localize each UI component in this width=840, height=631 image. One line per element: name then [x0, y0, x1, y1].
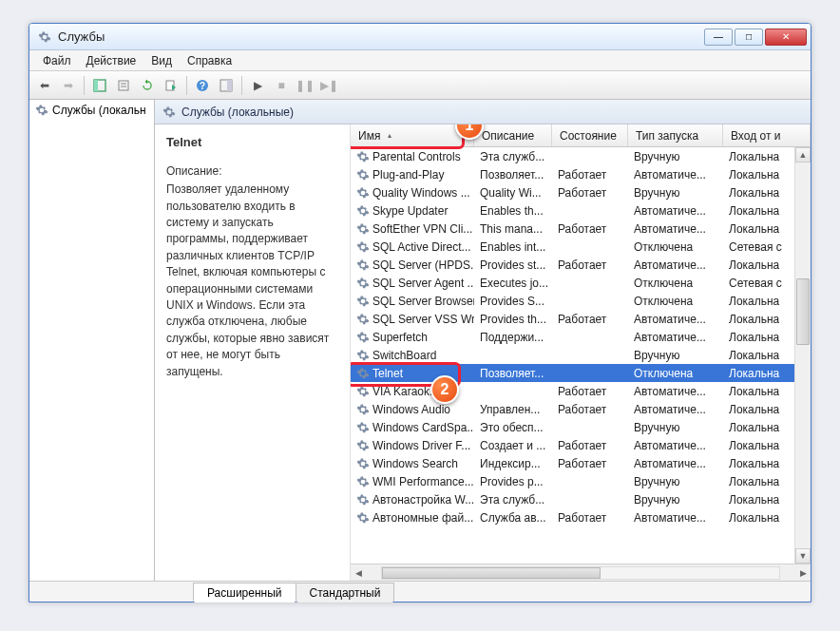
forward-button[interactable]: ➡: [57, 74, 80, 97]
table-row[interactable]: Автономные фай...Служба ав...РаботаетАвт…: [351, 508, 811, 526]
close-button[interactable]: ✕: [765, 29, 807, 46]
table-row[interactable]: Skype UpdaterEnables th...Автоматиче...Л…: [351, 201, 811, 220]
cell-desc: Поддержи...: [474, 331, 552, 344]
tab-standard[interactable]: Стандартный: [296, 583, 395, 602]
column-startup[interactable]: Тип запуска: [628, 124, 723, 146]
vscroll-thumb[interactable]: [796, 278, 810, 345]
cell-desc: Создает и ...: [474, 439, 552, 452]
svg-rect-2: [119, 81, 128, 90]
cell-state: Работает: [552, 313, 628, 326]
menu-view[interactable]: Вид: [143, 52, 180, 69]
table-row[interactable]: Plug-and-PlayПозволяет...РаботаетАвтомат…: [351, 165, 811, 183]
table-row[interactable]: SQL Server BrowserProvides S...Отключена…: [351, 292, 811, 310]
badge-2: 2: [430, 375, 459, 404]
tree-root[interactable]: Службы (локальн: [29, 100, 154, 121]
cell-desc: Quality Wi...: [474, 186, 552, 200]
cell-start: Вручную: [628, 493, 723, 507]
scroll-down-icon[interactable]: ▼: [795, 548, 811, 564]
cell-name: Parental Controls: [351, 150, 474, 163]
table-row[interactable]: Quality Windows ...Quality Wi...Работает…: [351, 183, 811, 201]
action-pane-button[interactable]: [215, 74, 238, 97]
table-row[interactable]: WMI Performance...Provides p...ВручнуюЛо…: [351, 472, 811, 490]
cell-state: Работает: [552, 457, 628, 470]
table-row[interactable]: VIA Karaok...РаботаетАвтоматиче...Локаль…: [351, 382, 811, 400]
services-window: Службы — □ ✕ Файл Действие Вид Справка ⬅…: [29, 23, 811, 602]
tab-extended[interactable]: Расширенный: [193, 583, 296, 602]
table-row[interactable]: Windows CardSpa...Это обесп...ВручнуюЛок…: [351, 418, 811, 436]
cell-desc: Enables int...: [474, 240, 552, 254]
content-area: Службы (локальн Службы (локальные) Telne…: [29, 100, 811, 581]
separator: [84, 76, 85, 95]
cell-start: Автоматиче...: [628, 168, 723, 182]
table-row[interactable]: Parental ControlsЭта служб...ВручнуюЛока…: [351, 147, 811, 165]
titlebar[interactable]: Службы — □ ✕: [29, 24, 811, 50]
maximize-button[interactable]: □: [735, 29, 763, 46]
table-row[interactable]: TelnetПозволяет...ОтключенаЛокальна: [351, 364, 811, 382]
table-row[interactable]: SwitchBoardВручнуюЛокальна: [351, 346, 811, 364]
rows-container[interactable]: Parental ControlsЭта служб...ВручнуюЛока…: [351, 147, 811, 564]
refresh-button[interactable]: [136, 74, 159, 97]
cell-name: SQL Active Direct...: [351, 240, 474, 254]
start-service-button[interactable]: ▶: [246, 74, 269, 97]
column-description[interactable]: Описание: [474, 124, 552, 146]
cell-name: SoftEther VPN Cli...: [351, 222, 474, 236]
scroll-left-icon[interactable]: ◀: [351, 568, 366, 578]
cell-desc: Индексир...: [474, 457, 552, 470]
table-row[interactable]: SQL Server (HPDS...Provides st...Работае…: [351, 256, 811, 274]
column-logon[interactable]: Вход от и: [723, 124, 811, 146]
stop-service-button[interactable]: ■: [270, 74, 293, 97]
cell-state: Работает: [552, 258, 628, 272]
cell-start: Вручную: [628, 421, 723, 434]
cell-start: Вручную: [628, 186, 723, 200]
back-button[interactable]: ⬅: [33, 74, 56, 97]
table-row[interactable]: SQL Server VSS Wr...Provides th...Работа…: [351, 310, 811, 328]
horizontal-scrollbar[interactable]: ◀ ▶: [351, 564, 811, 581]
cell-desc: Provides th...: [474, 313, 552, 326]
scroll-right-icon[interactable]: ▶: [795, 568, 811, 578]
cell-name: Windows Driver F...: [351, 439, 474, 452]
app-icon: [37, 29, 52, 45]
minimize-button[interactable]: —: [704, 29, 733, 46]
hscroll-thumb[interactable]: [382, 567, 601, 579]
cell-start: Автоматиче...: [628, 258, 723, 272]
cell-start: Отключена: [628, 277, 723, 290]
table-row[interactable]: Windows SearchИндексир...РаботаетАвтомат…: [351, 454, 811, 472]
properties-button[interactable]: [112, 74, 135, 97]
cell-name: Superfetch: [351, 331, 474, 344]
table-row[interactable]: SuperfetchПоддержи...Автоматиче...Локаль…: [351, 328, 811, 346]
menu-action[interactable]: Действие: [79, 52, 144, 69]
restart-service-button[interactable]: ▶❚: [317, 74, 340, 97]
cell-desc: Позволяет...: [474, 367, 552, 380]
cell-desc: Executes jo...: [474, 277, 552, 290]
menu-help[interactable]: Справка: [180, 52, 239, 69]
tree-pane[interactable]: Службы (локальн: [29, 100, 155, 581]
window-title: Службы: [58, 29, 704, 44]
cell-state: Работает: [552, 385, 628, 398]
right-pane: Службы (локальные) Telnet Описание: Позв…: [155, 100, 811, 581]
table-row[interactable]: Автонастройка W...Эта служб...ВручнуюЛок…: [351, 490, 811, 508]
table-row[interactable]: SQL Active Direct...Enables int...Отключ…: [351, 238, 811, 256]
cell-name: SQL Server VSS Wr...: [351, 313, 474, 326]
menubar: Файл Действие Вид Справка: [29, 50, 811, 71]
tree-root-label: Службы (локальн: [52, 104, 146, 117]
export-button[interactable]: [160, 74, 182, 97]
cell-start: Отключена: [628, 295, 723, 308]
scroll-up-icon[interactable]: ▲: [795, 147, 811, 163]
menu-file[interactable]: Файл: [35, 52, 79, 69]
vertical-scrollbar[interactable]: ▲ ▼: [794, 147, 811, 564]
table-row[interactable]: SoftEther VPN Cli...This mana...Работает…: [351, 220, 811, 238]
cell-name: Windows Audio: [351, 403, 474, 416]
cell-name: SQL Server (HPDS...: [351, 258, 474, 272]
cell-desc: Эта служб...: [474, 493, 552, 507]
help-button[interactable]: ?: [191, 74, 214, 97]
pause-service-button[interactable]: ❚❚: [294, 74, 316, 97]
cell-start: Вручную: [628, 475, 723, 488]
table-row[interactable]: SQL Server Agent ...Executes jo...Отключ…: [351, 274, 811, 292]
cell-start: Автоматиче...: [628, 439, 723, 452]
view-tabs: Расширенный Стандартный: [29, 581, 811, 602]
table-row[interactable]: Windows AudioУправлен...РаботаетАвтомати…: [351, 400, 811, 418]
column-state[interactable]: Состояние: [552, 124, 628, 146]
show-hide-tree-button[interactable]: [88, 74, 111, 97]
svg-text:?: ?: [200, 81, 205, 91]
table-row[interactable]: Windows Driver F...Создает и ...Работает…: [351, 436, 811, 454]
